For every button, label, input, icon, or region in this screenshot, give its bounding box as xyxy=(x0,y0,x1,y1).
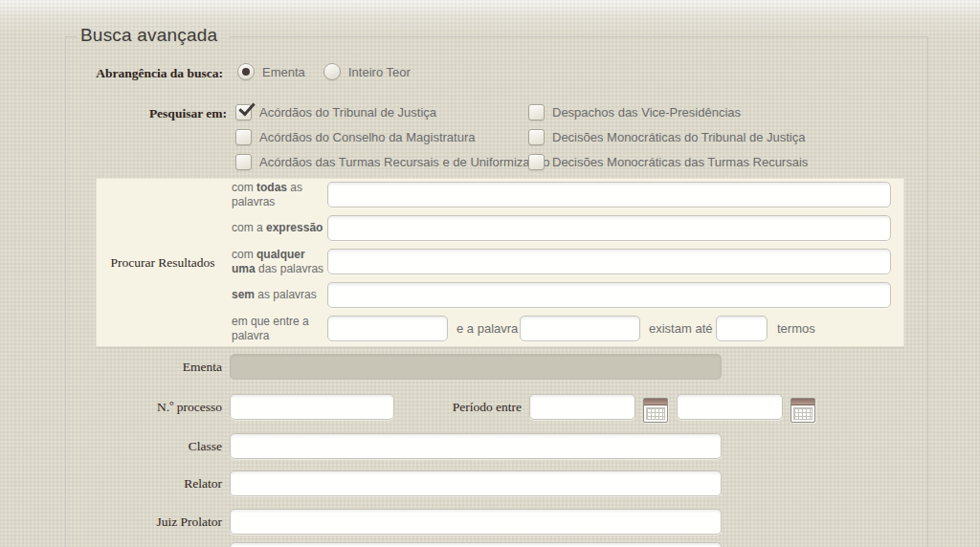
juiz-prolator-label: Juiz Prolator xyxy=(29,509,222,535)
exact-phrase-label: com a expressão xyxy=(232,215,324,241)
checkbox-row[interactable]: Acórdãos do Conselho da Magistratura xyxy=(235,129,475,145)
fieldset-border-top-left xyxy=(65,36,77,37)
radio-inteiro-teor-label[interactable]: Inteiro Teor xyxy=(348,65,411,79)
periodo-from-input[interactable] xyxy=(529,394,635,420)
checkbox-acordaos-turmas[interactable] xyxy=(235,154,252,170)
results-panel-label: Procurar Resultados xyxy=(96,178,230,347)
checkbox-label[interactable]: Acórdãos do Tribunal de Justiça xyxy=(259,105,436,120)
page-title: Busca avançada xyxy=(80,25,217,46)
relator-label: Relator xyxy=(29,470,222,496)
calendar-to-icon[interactable] xyxy=(791,398,815,423)
without-words-input[interactable] xyxy=(327,282,891,308)
checkbox-row[interactable]: Decisões Monocráticas das Turmas Recursa… xyxy=(528,154,808,170)
without-words-label: sem as palavras xyxy=(232,282,324,308)
juiz-prolator-input[interactable] xyxy=(230,509,722,535)
checkbox-label[interactable]: Decisões Monocráticas do Tribunal de Jus… xyxy=(552,130,805,144)
checkbox-label[interactable]: Despachos das Vice-Presidências xyxy=(552,105,741,120)
proximity-connector-label: e a palavra xyxy=(457,316,518,341)
fieldset-border-top-right xyxy=(230,36,928,37)
proximity-count-input[interactable] xyxy=(716,316,768,341)
fieldset-border-right xyxy=(927,36,928,547)
checkbox-acordaos-tj[interactable] xyxy=(235,104,252,120)
all-words-input[interactable] xyxy=(327,182,891,208)
scope-option-inteiro-teor[interactable]: Inteiro Teor xyxy=(323,63,411,80)
classe-input[interactable] xyxy=(230,433,722,459)
checkbox-label[interactable]: Acórdãos do Conselho da Magistratura xyxy=(259,130,475,144)
next-field-partial-input[interactable] xyxy=(230,542,722,547)
search-in-label: Pesquisar em: xyxy=(29,104,227,122)
checkbox-row[interactable]: Acórdãos das Turmas Recursais e de Unifo… xyxy=(235,154,549,170)
proximity-label: em que entre a palavra xyxy=(232,316,324,341)
radio-ementa-icon[interactable] xyxy=(237,63,255,80)
checkbox-acordaos-conselho[interactable] xyxy=(235,129,252,145)
scope-option-ementa[interactable]: Ementa xyxy=(237,63,305,80)
proximity-upto-label: existam até xyxy=(649,316,712,341)
checkbox-monocraticas-tj[interactable] xyxy=(528,129,545,145)
exact-phrase-input[interactable] xyxy=(327,215,891,241)
check-icon xyxy=(238,99,255,117)
checkbox-row[interactable]: Decisões Monocráticas do Tribunal de Jus… xyxy=(528,129,805,145)
relator-input[interactable] xyxy=(230,470,722,496)
processo-label: N.º processo xyxy=(29,394,222,420)
all-words-label: com todas as palavras xyxy=(232,182,324,208)
periodo-to-input[interactable] xyxy=(677,394,783,420)
classe-label: Classe xyxy=(29,433,222,459)
ementa-label: Ementa xyxy=(29,354,222,380)
advanced-search-page: Busca avançada Abrangência da busca: Eme… xyxy=(0,0,980,547)
checkbox-despachos-vp[interactable] xyxy=(528,104,545,120)
ementa-field-disabled xyxy=(230,354,722,380)
checkbox-row[interactable]: Acórdãos do Tribunal de Justiça xyxy=(235,104,436,120)
calendar-from-icon[interactable] xyxy=(643,398,668,423)
checkbox-row[interactable]: Despachos das Vice-Presidências xyxy=(528,104,741,120)
proximity-unit-label: termos xyxy=(777,316,815,341)
checkbox-monocraticas-turmas[interactable] xyxy=(528,154,545,170)
proximity-word2-input[interactable] xyxy=(520,316,640,341)
checkbox-label[interactable]: Acórdãos das Turmas Recursais e de Unifo… xyxy=(259,155,549,169)
proximity-word1-input[interactable] xyxy=(327,316,448,341)
radio-ementa-label[interactable]: Ementa xyxy=(262,65,305,79)
checkbox-label[interactable]: Decisões Monocráticas das Turmas Recursa… xyxy=(552,155,808,169)
any-words-input[interactable] xyxy=(327,249,891,274)
scope-label: Abrangência da busca: xyxy=(29,64,223,82)
any-words-label: com qualquer uma das palavras xyxy=(232,249,324,274)
radio-inteiro-teor-icon[interactable] xyxy=(323,63,341,80)
periodo-label: Período entre xyxy=(330,394,522,420)
